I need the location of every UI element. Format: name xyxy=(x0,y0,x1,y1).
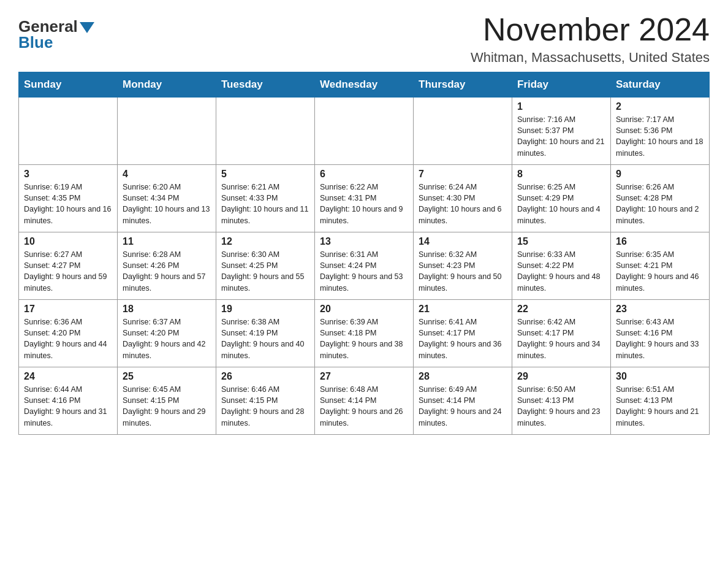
calendar-cell: 12Sunrise: 6:30 AM Sunset: 4:25 PM Dayli… xyxy=(216,232,315,300)
weekday-header-friday: Friday xyxy=(512,72,611,98)
month-title: November 2024 xyxy=(471,12,710,47)
calendar-cell: 24Sunrise: 6:44 AM Sunset: 4:16 PM Dayli… xyxy=(19,367,118,435)
weekday-header-row: SundayMondayTuesdayWednesdayThursdayFrid… xyxy=(19,72,710,98)
week-row-1: 1Sunrise: 7:16 AM Sunset: 5:37 PM Daylig… xyxy=(19,98,710,165)
calendar-cell: 15Sunrise: 6:33 AM Sunset: 4:22 PM Dayli… xyxy=(512,232,611,300)
day-number: 15 xyxy=(517,236,605,247)
weekday-header-monday: Monday xyxy=(118,72,216,98)
calendar-cell: 19Sunrise: 6:38 AM Sunset: 4:19 PM Dayli… xyxy=(216,300,315,367)
calendar-cell: 8Sunrise: 6:25 AM Sunset: 4:29 PM Daylig… xyxy=(512,165,611,232)
weekday-header-tuesday: Tuesday xyxy=(216,72,315,98)
logo-arrow-icon xyxy=(80,22,94,33)
calendar-cell: 3Sunrise: 6:19 AM Sunset: 4:35 PM Daylig… xyxy=(19,165,118,232)
day-info: Sunrise: 6:48 AM Sunset: 4:14 PM Dayligh… xyxy=(320,384,408,429)
calendar-cell: 6Sunrise: 6:22 AM Sunset: 4:31 PM Daylig… xyxy=(315,165,414,232)
weekday-header-thursday: Thursday xyxy=(414,72,512,98)
day-info: Sunrise: 6:19 AM Sunset: 4:35 PM Dayligh… xyxy=(24,182,112,226)
day-info: Sunrise: 6:43 AM Sunset: 4:16 PM Dayligh… xyxy=(616,316,704,361)
day-info: Sunrise: 6:27 AM Sunset: 4:27 PM Dayligh… xyxy=(24,249,112,294)
calendar-cell: 21Sunrise: 6:41 AM Sunset: 4:17 PM Dayli… xyxy=(414,300,512,367)
calendar-body: 1Sunrise: 7:16 AM Sunset: 5:37 PM Daylig… xyxy=(19,98,710,435)
calendar-cell xyxy=(118,98,216,165)
day-number: 28 xyxy=(419,371,507,382)
calendar-cell: 16Sunrise: 6:35 AM Sunset: 4:21 PM Dayli… xyxy=(611,232,710,300)
weekday-header-saturday: Saturday xyxy=(611,72,710,98)
day-number: 2 xyxy=(616,101,704,112)
day-info: Sunrise: 6:20 AM Sunset: 4:34 PM Dayligh… xyxy=(123,182,211,226)
day-number: 17 xyxy=(24,304,112,315)
week-row-2: 3Sunrise: 6:19 AM Sunset: 4:35 PM Daylig… xyxy=(19,165,710,232)
calendar-cell: 10Sunrise: 6:27 AM Sunset: 4:27 PM Dayli… xyxy=(19,232,118,300)
day-number: 25 xyxy=(123,371,211,382)
day-info: Sunrise: 6:26 AM Sunset: 4:28 PM Dayligh… xyxy=(616,182,704,226)
day-number: 9 xyxy=(616,169,704,180)
logo-general: General xyxy=(18,18,94,34)
day-number: 1 xyxy=(517,101,605,112)
day-info: Sunrise: 6:51 AM Sunset: 4:13 PM Dayligh… xyxy=(616,384,704,429)
day-info: Sunrise: 6:33 AM Sunset: 4:22 PM Dayligh… xyxy=(517,249,605,294)
calendar-cell: 28Sunrise: 6:49 AM Sunset: 4:14 PM Dayli… xyxy=(414,367,512,435)
calendar-cell: 11Sunrise: 6:28 AM Sunset: 4:26 PM Dayli… xyxy=(118,232,216,300)
day-number: 20 xyxy=(320,304,408,315)
day-info: Sunrise: 6:36 AM Sunset: 4:20 PM Dayligh… xyxy=(24,316,112,361)
calendar-table: SundayMondayTuesdayWednesdayThursdayFrid… xyxy=(18,72,710,435)
calendar-cell: 23Sunrise: 6:43 AM Sunset: 4:16 PM Dayli… xyxy=(611,300,710,367)
day-info: Sunrise: 6:25 AM Sunset: 4:29 PM Dayligh… xyxy=(517,182,605,226)
day-number: 26 xyxy=(221,371,309,382)
day-number: 13 xyxy=(320,236,408,247)
calendar-cell: 20Sunrise: 6:39 AM Sunset: 4:18 PM Dayli… xyxy=(315,300,414,367)
day-number: 7 xyxy=(419,169,507,180)
day-info: Sunrise: 6:44 AM Sunset: 4:16 PM Dayligh… xyxy=(24,384,112,429)
day-number: 10 xyxy=(24,236,112,247)
calendar-cell: 18Sunrise: 6:37 AM Sunset: 4:20 PM Dayli… xyxy=(118,300,216,367)
day-info: Sunrise: 6:35 AM Sunset: 4:21 PM Dayligh… xyxy=(616,249,704,294)
day-number: 8 xyxy=(517,169,605,180)
day-number: 23 xyxy=(616,304,704,315)
day-info: Sunrise: 6:24 AM Sunset: 4:30 PM Dayligh… xyxy=(419,182,507,226)
day-info: Sunrise: 6:49 AM Sunset: 4:14 PM Dayligh… xyxy=(419,384,507,429)
day-number: 16 xyxy=(616,236,704,247)
calendar-cell: 2Sunrise: 7:17 AM Sunset: 5:36 PM Daylig… xyxy=(611,98,710,165)
calendar-cell: 25Sunrise: 6:45 AM Sunset: 4:15 PM Dayli… xyxy=(118,367,216,435)
day-number: 12 xyxy=(221,236,309,247)
day-number: 29 xyxy=(517,371,605,382)
calendar-cell: 27Sunrise: 6:48 AM Sunset: 4:14 PM Dayli… xyxy=(315,367,414,435)
day-number: 4 xyxy=(123,169,211,180)
day-number: 22 xyxy=(517,304,605,315)
calendar-cell: 4Sunrise: 6:20 AM Sunset: 4:34 PM Daylig… xyxy=(118,165,216,232)
day-number: 18 xyxy=(123,304,211,315)
day-info: Sunrise: 7:17 AM Sunset: 5:36 PM Dayligh… xyxy=(616,114,704,159)
calendar-cell: 26Sunrise: 6:46 AM Sunset: 4:15 PM Dayli… xyxy=(216,367,315,435)
logo: General Blue xyxy=(18,18,94,50)
day-info: Sunrise: 6:42 AM Sunset: 4:17 PM Dayligh… xyxy=(517,316,605,361)
location-title: Whitman, Massachusetts, United States xyxy=(471,50,710,66)
calendar-cell: 7Sunrise: 6:24 AM Sunset: 4:30 PM Daylig… xyxy=(414,165,512,232)
logo-blue-text: Blue xyxy=(18,34,53,50)
day-info: Sunrise: 6:28 AM Sunset: 4:26 PM Dayligh… xyxy=(123,249,211,294)
week-row-3: 10Sunrise: 6:27 AM Sunset: 4:27 PM Dayli… xyxy=(19,232,710,300)
day-info: Sunrise: 6:31 AM Sunset: 4:24 PM Dayligh… xyxy=(320,249,408,294)
day-info: Sunrise: 6:30 AM Sunset: 4:25 PM Dayligh… xyxy=(221,249,309,294)
day-info: Sunrise: 6:41 AM Sunset: 4:17 PM Dayligh… xyxy=(419,316,507,361)
calendar-cell xyxy=(216,98,315,165)
calendar-cell: 1Sunrise: 7:16 AM Sunset: 5:37 PM Daylig… xyxy=(512,98,611,165)
calendar-cell xyxy=(414,98,512,165)
calendar-cell xyxy=(19,98,118,165)
day-info: Sunrise: 6:38 AM Sunset: 4:19 PM Dayligh… xyxy=(221,316,309,361)
day-info: Sunrise: 7:16 AM Sunset: 5:37 PM Dayligh… xyxy=(517,114,605,159)
day-number: 30 xyxy=(616,371,704,382)
day-info: Sunrise: 6:46 AM Sunset: 4:15 PM Dayligh… xyxy=(221,384,309,429)
calendar-cell: 22Sunrise: 6:42 AM Sunset: 4:17 PM Dayli… xyxy=(512,300,611,367)
day-number: 5 xyxy=(221,169,309,180)
day-number: 27 xyxy=(320,371,408,382)
day-info: Sunrise: 6:37 AM Sunset: 4:20 PM Dayligh… xyxy=(123,316,211,361)
day-info: Sunrise: 6:22 AM Sunset: 4:31 PM Dayligh… xyxy=(320,182,408,226)
day-number: 19 xyxy=(221,304,309,315)
day-number: 3 xyxy=(24,169,112,180)
week-row-5: 24Sunrise: 6:44 AM Sunset: 4:16 PM Dayli… xyxy=(19,367,710,435)
day-number: 14 xyxy=(419,236,507,247)
calendar-cell: 29Sunrise: 6:50 AM Sunset: 4:13 PM Dayli… xyxy=(512,367,611,435)
day-info: Sunrise: 6:32 AM Sunset: 4:23 PM Dayligh… xyxy=(419,249,507,294)
calendar-cell: 9Sunrise: 6:26 AM Sunset: 4:28 PM Daylig… xyxy=(611,165,710,232)
day-number: 21 xyxy=(419,304,507,315)
